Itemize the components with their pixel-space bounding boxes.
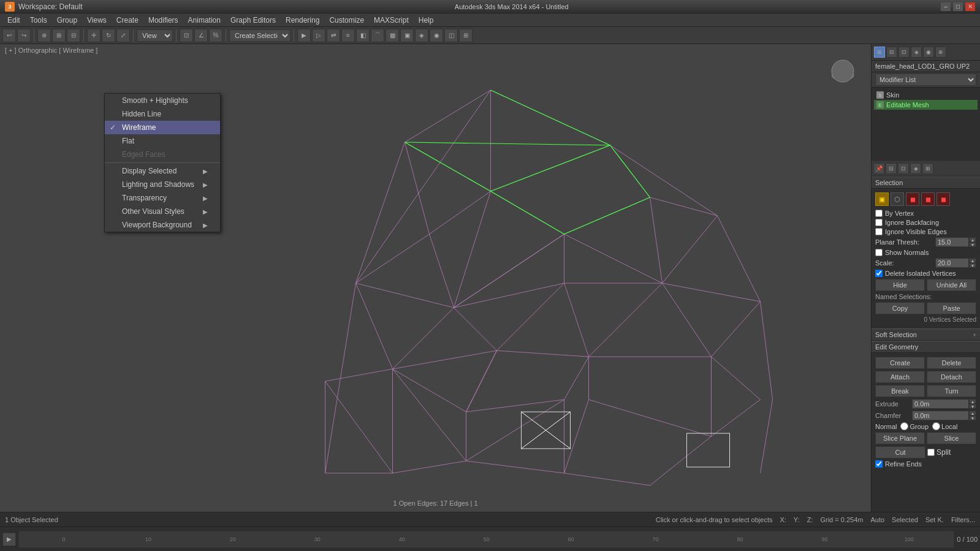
extrude-up[interactable]: ▲: [969, 399, 976, 404]
toolbar-redo[interactable]: ↪: [17, 29, 31, 42]
normal-group-radio[interactable]: [900, 422, 908, 430]
toolbar-play2[interactable]: ▷: [312, 29, 325, 42]
panel-icon-motion[interactable]: ◈: [911, 47, 922, 58]
menu-customize[interactable]: Customize: [324, 15, 369, 26]
toolbar-render3[interactable]: ◈: [415, 29, 428, 42]
menu-modifiers[interactable]: Modifiers: [143, 15, 183, 26]
toolbar-coord-dropdown[interactable]: View World Local: [137, 29, 173, 42]
toolbar-layer[interactable]: ◧: [356, 29, 370, 42]
play-button[interactable]: ▶: [2, 533, 16, 546]
toolbar-render5[interactable]: ◫: [444, 29, 458, 42]
minimize-button[interactable]: –: [941, 2, 951, 11]
ctx-lighting-shadows[interactable]: Lighting and Shadows ▶: [105, 178, 220, 191]
delete-button[interactable]: Delete: [927, 357, 976, 369]
chamfer-down[interactable]: ▼: [969, 416, 976, 420]
maximize-button[interactable]: □: [953, 2, 963, 11]
toolbar-render1[interactable]: ▦: [386, 29, 399, 42]
refine-ends-checkbox[interactable]: [875, 460, 883, 468]
panel-icon-display2[interactable]: ◉: [923, 47, 934, 58]
ctx-hidden-line[interactable]: Hidden Line: [105, 107, 220, 121]
menu-graph-editors[interactable]: Graph Editors: [226, 15, 281, 26]
sel-icon-poly[interactable]: ◼: [921, 192, 935, 206]
toolbar-select3[interactable]: ⊟: [67, 29, 80, 42]
ctx-viewport-background[interactable]: Viewport Background ▶: [105, 218, 220, 232]
menu-help[interactable]: Help: [414, 15, 439, 26]
break-button[interactable]: Break: [875, 385, 925, 397]
menu-rendering[interactable]: Rendering: [281, 15, 324, 26]
toolbar-percent[interactable]: %: [209, 29, 222, 42]
toolbar-scale[interactable]: ⤢: [116, 29, 130, 42]
ctx-flat[interactable]: Flat: [105, 134, 220, 148]
toolbar-play[interactable]: ▶: [297, 29, 311, 42]
hide-button[interactable]: Hide: [875, 279, 925, 291]
panel-pin-icon[interactable]: 📌: [873, 163, 884, 174]
menu-maxscript[interactable]: MAXScript: [369, 15, 414, 26]
panel-key-icon[interactable]: ⊡: [898, 163, 909, 174]
paste-button[interactable]: Paste: [927, 302, 976, 314]
ignore-backfacing-checkbox[interactable]: [875, 219, 883, 226]
toolbar-undo[interactable]: ↩: [2, 29, 16, 42]
scale-up[interactable]: ▲: [969, 258, 976, 263]
toolbar-render6[interactable]: ⊞: [459, 29, 473, 42]
normal-local-radio[interactable]: [932, 422, 940, 430]
scale-down[interactable]: ▼: [969, 263, 976, 268]
chamfer-input[interactable]: [912, 411, 969, 420]
soft-selection-expand[interactable]: +: [973, 332, 976, 338]
copy-button[interactable]: Copy: [875, 302, 925, 314]
sel-icon-vertex[interactable]: ▣: [875, 192, 889, 206]
modifier-skin[interactable]: S Skin: [874, 90, 978, 100]
create-selection-dropdown[interactable]: Create Selection: [229, 29, 291, 42]
toolbar-mirror[interactable]: ⇄: [327, 29, 340, 42]
sel-icon-edge[interactable]: ⬡: [891, 192, 904, 206]
menu-edit[interactable]: Edit: [2, 15, 25, 26]
ctx-transparency[interactable]: Transparency ▶: [105, 191, 220, 205]
by-vertex-checkbox[interactable]: [875, 210, 883, 217]
panel-funnel-icon[interactable]: ⊟: [886, 163, 897, 174]
time-slider[interactable]: 0 10 20 30 40 50 60 70 80 90 100: [18, 531, 954, 548]
menu-animation[interactable]: Animation: [183, 15, 226, 26]
panel-env-icon[interactable]: ◈: [910, 163, 921, 174]
attach-button[interactable]: Attach: [875, 371, 925, 383]
sel-icon-element[interactable]: ◼: [936, 192, 950, 206]
planar-thresh-input[interactable]: [935, 237, 969, 247]
chamfer-up[interactable]: ▲: [969, 411, 976, 416]
detach-button[interactable]: Detach: [927, 371, 976, 383]
create-button[interactable]: Create: [875, 357, 925, 369]
panel-icon-display[interactable]: ⊞: [874, 47, 885, 58]
turn-button[interactable]: Turn: [927, 385, 976, 397]
panel-icon-modify[interactable]: ⊟: [886, 47, 897, 58]
toolbar-rotate[interactable]: ↻: [102, 29, 115, 42]
selection-section-header[interactable]: Selection: [872, 177, 980, 189]
edit-geometry-header[interactable]: Edit Geometry: [872, 341, 980, 353]
toolbar-select2[interactable]: ⊞: [52, 29, 66, 42]
modifier-editable-mesh[interactable]: E Editable Mesh: [874, 100, 978, 110]
soft-selection-header[interactable]: Soft Selection +: [872, 329, 980, 341]
menu-tools[interactable]: Tools: [25, 15, 52, 26]
ignore-visible-edges-checkbox[interactable]: [875, 228, 883, 235]
toolbar-snap[interactable]: ⊡: [180, 29, 193, 42]
menu-views[interactable]: Views: [82, 15, 112, 26]
toolbar-curve[interactable]: ⌒: [371, 29, 384, 42]
toolbar-render4[interactable]: ◉: [430, 29, 443, 42]
toolbar-move[interactable]: ✛: [87, 29, 101, 42]
ctx-other-visual-styles[interactable]: Other Visual Styles ▶: [105, 205, 220, 218]
cut-button[interactable]: Cut: [875, 446, 925, 458]
extrude-input[interactable]: [912, 399, 969, 409]
modifier-list-dropdown[interactable]: Modifier List: [875, 74, 976, 86]
menu-group[interactable]: Group: [52, 15, 82, 26]
ctx-display-selected[interactable]: Display Selected ▶: [105, 164, 220, 178]
viewport[interactable]: [ + ] Orthographic [ Wireframe ]: [0, 44, 871, 512]
toolbar-angle[interactable]: ∠: [194, 29, 208, 42]
extrude-down[interactable]: ▼: [969, 404, 976, 409]
toolbar-select[interactable]: ⊕: [37, 29, 51, 42]
delete-isolated-checkbox[interactable]: [875, 270, 883, 277]
menu-create[interactable]: Create: [112, 15, 143, 26]
show-normals-checkbox[interactable]: [875, 249, 883, 256]
panel-extra-icon[interactable]: ⊞: [922, 163, 933, 174]
panel-icon-utility[interactable]: ⊕: [935, 47, 946, 58]
slice-plane-button[interactable]: Slice Plane: [875, 432, 925, 444]
slice-button[interactable]: Slice: [927, 432, 976, 444]
planar-thresh-down[interactable]: ▼: [969, 242, 976, 247]
toolbar-render2[interactable]: ▣: [400, 29, 414, 42]
sel-icon-face[interactable]: ◼: [906, 192, 919, 206]
